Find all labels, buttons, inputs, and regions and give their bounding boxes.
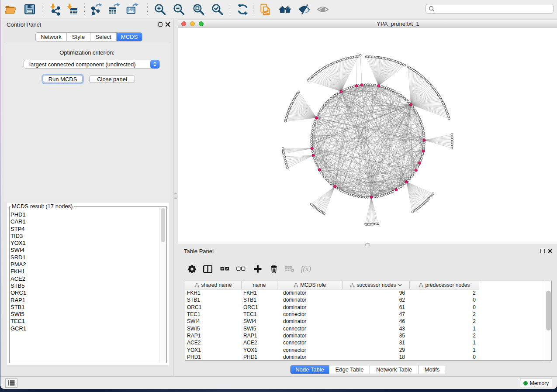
mcds-result-item[interactable]: SWI4 xyxy=(10,247,159,254)
tab-mcds[interactable]: MCDS xyxy=(117,33,142,41)
table-cell: dominator xyxy=(277,318,343,324)
mcds-result-item[interactable]: SRD1 xyxy=(10,254,159,261)
show-column-pane-button[interactable] xyxy=(201,263,214,275)
close-panel-icon[interactable] xyxy=(165,22,170,27)
column-header-predecessor-nodes[interactable]: predecessor nodes xyxy=(410,281,479,289)
mcds-result-item[interactable]: STB1 xyxy=(10,304,159,311)
run-mcds-button[interactable]: Run MCDS xyxy=(43,75,83,83)
mcds-result-item[interactable]: STP4 xyxy=(10,226,159,233)
mcds-result-item[interactable]: TID3 xyxy=(10,233,159,240)
mcds-result-item[interactable]: ACE2 xyxy=(10,275,159,282)
close-panel-button[interactable]: Close panel xyxy=(89,75,135,83)
table-cell: YOX1 xyxy=(185,347,242,353)
main-toolbar xyxy=(0,0,557,18)
add-column-button[interactable] xyxy=(251,263,264,275)
table-row[interactable]: PHD1PHD1dominator180 xyxy=(185,354,545,360)
column-header-MCDS-role[interactable]: MCDS role xyxy=(277,281,343,289)
import-network-button[interactable] xyxy=(48,3,62,16)
mcds-result-item[interactable]: GCR1 xyxy=(10,325,159,332)
export-network-button[interactable] xyxy=(90,3,104,16)
column-header-label: shared name xyxy=(201,282,232,288)
column-settings-button[interactable] xyxy=(185,263,198,275)
table-cell: SWI5 xyxy=(242,326,277,332)
open-session-button[interactable] xyxy=(3,3,17,16)
network-canvas[interactable] xyxy=(178,28,557,244)
deselect-all-columns-button[interactable] xyxy=(234,263,247,275)
mcds-list-scrollbar-thumb[interactable] xyxy=(161,208,165,242)
column-header-name[interactable]: name xyxy=(242,281,277,289)
mcds-result-item[interactable]: SWI5 xyxy=(10,311,159,318)
table-row[interactable]: SWI4SWI4dominator462 xyxy=(185,318,545,325)
table-cell: 29 xyxy=(343,347,410,353)
tab-style[interactable]: Style xyxy=(67,33,90,41)
horizontal-splitter-handle[interactable] xyxy=(365,243,370,246)
float-panel-icon[interactable] xyxy=(158,22,163,27)
mcds-result-item[interactable]: ORC1 xyxy=(10,289,159,296)
export-image-button[interactable] xyxy=(125,3,139,16)
mcds-result-item[interactable]: PHD1 xyxy=(10,211,159,218)
zoom-fit-button[interactable] xyxy=(191,3,205,16)
tab-select[interactable]: Select xyxy=(90,33,117,41)
tab-node-table[interactable]: Node Table xyxy=(291,365,329,374)
table-scrollbar[interactable] xyxy=(545,281,551,360)
zoom-out-button[interactable] xyxy=(172,3,186,16)
node-table-body: FKH1FKH1dominator962STB1STB1dominator620… xyxy=(185,289,545,360)
optimization-criterion-select[interactable]: largest connected component (undirected) xyxy=(24,60,160,69)
optimization-criterion-label: Optimization criterion: xyxy=(4,49,170,56)
search-input[interactable] xyxy=(435,5,553,13)
apply-layout-button[interactable] xyxy=(235,3,249,16)
column-header-shared-name[interactable]: shared name xyxy=(185,281,242,289)
zoom-in-button[interactable] xyxy=(153,3,167,16)
save-session-button[interactable] xyxy=(23,3,37,16)
mcds-result-item[interactable]: CAR1 xyxy=(10,218,159,225)
table-cell: dominator xyxy=(277,333,343,339)
table-row[interactable]: YOX1YOX1connector291 xyxy=(185,346,545,353)
mcds-result-item[interactable]: PMA2 xyxy=(10,261,159,268)
mcds-list-scrollbar[interactable] xyxy=(159,207,166,363)
table-cell: RAP1 xyxy=(242,333,277,339)
tab-motifs[interactable]: Motifs xyxy=(419,365,446,374)
zoom-selected-button[interactable] xyxy=(210,3,224,16)
mcds-result-item[interactable]: TEC1 xyxy=(10,318,159,325)
table-scrollbar-thumb[interactable] xyxy=(546,291,551,330)
first-neighbors-button[interactable] xyxy=(278,3,292,16)
close-table-panel-icon[interactable] xyxy=(547,248,553,254)
mcds-result-item[interactable]: YOX1 xyxy=(10,240,159,247)
column-header-successor-nodes[interactable]: successor nodes xyxy=(343,281,410,289)
network-window-titlebar[interactable]: YPA_prune.txt_1 xyxy=(178,19,557,28)
delete-table-button[interactable] xyxy=(284,263,297,275)
table-row[interactable]: FKH1FKH1dominator962 xyxy=(185,289,545,296)
mcds-result-list[interactable]: PHD1CAR1STP4TID3YOX1SWI4SRD1PMA2FKH1ACE2… xyxy=(10,211,159,362)
memory-button[interactable]: Memory xyxy=(520,378,552,388)
show-panels-list-button[interactable] xyxy=(5,378,17,388)
tab-edge-table[interactable]: Edge Table xyxy=(329,365,370,374)
toolbar-separator xyxy=(84,3,85,15)
mcds-result-item[interactable]: STB5 xyxy=(10,282,159,289)
table-cell: 0 xyxy=(410,297,479,303)
hide-selected-button[interactable] xyxy=(297,3,311,16)
function-builder-button[interactable]: f(x) xyxy=(300,263,313,275)
mcds-result-item[interactable]: FKH1 xyxy=(10,268,159,275)
tab-network[interactable]: Network xyxy=(36,33,67,41)
delete-columns-button[interactable] xyxy=(267,263,280,275)
table-cell: dominator xyxy=(277,304,343,310)
show-all-button[interactable] xyxy=(316,3,330,16)
new-network-from-selection-button[interactable] xyxy=(258,3,272,16)
mcds-result-item[interactable]: RAP1 xyxy=(10,297,159,304)
vertical-splitter-handle[interactable] xyxy=(174,193,177,199)
table-row[interactable]: SWI5SWI5connector431 xyxy=(185,325,545,332)
table-row[interactable]: RAP1RAP1dominator352 xyxy=(185,332,545,339)
table-row[interactable]: ORC1ORC1dominator610 xyxy=(185,304,545,311)
table-panel-title: Table Panel xyxy=(184,248,214,254)
float-table-panel-icon[interactable] xyxy=(540,249,545,253)
mcds-tab-content: Optimization criterion: largest connecte… xyxy=(4,42,170,202)
table-row[interactable]: STB1STB1dominator620 xyxy=(185,296,545,303)
table-row[interactable]: TEC1TEC1connector472 xyxy=(185,311,545,318)
tab-network-table[interactable]: Network Table xyxy=(370,365,419,374)
split-columns-icon xyxy=(203,265,213,274)
table-row[interactable]: ACE2ACE2connector311 xyxy=(185,339,545,346)
node-table-header: shared namenameMCDS rolesuccessor nodesp… xyxy=(185,281,479,289)
export-table-button[interactable] xyxy=(107,3,121,16)
select-all-columns-button[interactable] xyxy=(218,263,231,275)
import-table-button[interactable] xyxy=(65,3,79,16)
